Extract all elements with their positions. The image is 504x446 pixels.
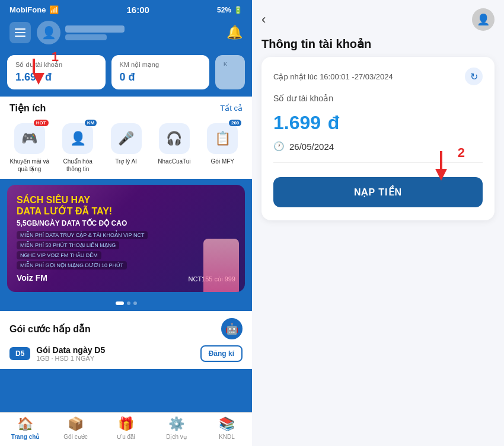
utility-icon-1: 👤 KM [62, 123, 93, 154]
nav-item-packages[interactable]: 📦 Gói cước [50, 416, 101, 440]
deals-icon: 🎁 [118, 416, 134, 432]
arrow-1-annotation: 1 [33, 60, 44, 85]
utility-label-1: Chuẩn hóa thông tin [55, 158, 100, 173]
nap-tien-section: 2 NẠP TIỀN [273, 163, 483, 207]
register-button[interactable]: Đăng kí [200, 345, 243, 362]
banner-feat-1: MIỄN PHÍ DATA TRUY CẬP & TÀI KHOẢN VIP N… [17, 231, 148, 239]
promo-banner[interactable]: SÁCH SIÊU HAYDATA LƯỚT ĐÃ TAY! 5,5GB/NGÀ… [7, 185, 245, 292]
utility-item-2[interactable]: 🎤 Trợ lý AI [104, 123, 148, 173]
arrow2-down [435, 151, 447, 181]
package-badge: D5 [9, 347, 30, 360]
nav-item-home[interactable]: 🏠 Trang chủ [0, 416, 50, 440]
update-info: Cập nhật lúc 16:00:01 -27/03/2024 ↻ [273, 68, 483, 85]
left-panel: MobiFone 📶 16:00 52% 🔋 1 👤 🔔 [0, 0, 252, 446]
package-desc: 1GB · HSD 1 NGÀY [36, 355, 194, 362]
annotation-number-1: 1 [52, 49, 59, 65]
dot-3 [133, 301, 137, 305]
nav-label-kndl: KNDL [219, 434, 235, 440]
arrow-2-annotation: 2 [435, 151, 447, 181]
balance-card-value-0: 1.699 đ [15, 71, 97, 84]
utility-item-3[interactable]: 🎧 NhacCuaTui [152, 123, 196, 173]
utility-badge-1: KM [85, 120, 97, 126]
nav-item-services[interactable]: ⚙️ Dịch vụ [151, 416, 202, 440]
top-header: 1 👤 🔔 [0, 17, 252, 50]
refresh-icon: ↻ [470, 71, 478, 82]
balance-card-extra[interactable]: K [215, 55, 245, 89]
banner-feat-4: MIỄN PHÍ GỌI NỘI MẠNG DƯỚI 10 PHÚT [17, 261, 127, 269]
nap-tien-button[interactable]: NẠP TIỀN [273, 177, 483, 207]
balance-date: 26/05/2024 [289, 142, 334, 152]
home-icon: 🏠 [17, 416, 33, 432]
utility-item-4[interactable]: 📋 200 Gói MFY [200, 123, 245, 173]
see-all-link[interactable]: Tất cả [220, 104, 243, 113]
utility-item-1[interactable]: 👤 KM Chuẩn hóa thông tin [55, 123, 100, 173]
utility-icon-4: 📋 200 [207, 123, 238, 154]
user-name-blur [65, 25, 125, 33]
utility-icon-2: 🎤 [111, 123, 142, 154]
package-item-d5[interactable]: D5 Gói Data ngày D5 1GB · HSD 1 NGÀY Đăn… [9, 345, 243, 362]
utility-item-0[interactable]: 🎮 HOT Khuyến mãi và quà tặng [7, 123, 52, 173]
balance-card-label-1: KM nội mạng [120, 61, 202, 69]
right-page-title: Thông tin tài khoản [252, 37, 504, 57]
right-top-bar: ‹ 👤 [252, 0, 504, 37]
right-user-avatar[interactable]: 👤 [472, 8, 495, 31]
balance-currency: đ [328, 112, 340, 133]
dot-2 [127, 301, 130, 305]
battery-icon: 🔋 [234, 6, 243, 14]
card-section-label: Số dư tài khoản [273, 94, 483, 103]
banner-feat-2: MIỄN PHÍ 50 PHÚT THOẠI LIÊN MẠNG [17, 241, 119, 249]
utility-label-4: Gói MFY [211, 158, 234, 165]
kndl-icon: 📚 [219, 416, 235, 432]
back-button[interactable]: ‹ [261, 12, 266, 27]
utilities-title: Tiện ích [9, 102, 46, 114]
package-name: Gói Data ngày D5 [36, 345, 194, 355]
nav-label-services: Dịch vụ [166, 434, 187, 440]
balance-card-label-extra: K [224, 61, 237, 67]
utility-icon-0: 🎮 HOT [14, 123, 45, 154]
user-sub-blur [65, 34, 107, 40]
packages-icon: 🤖 [221, 318, 243, 339]
bell-icon[interactable]: 🔔 [227, 25, 243, 40]
menu-button[interactable] [9, 22, 31, 43]
nav-item-deals[interactable]: 🎁 Ưu đãi [101, 416, 151, 440]
packages-nav-icon: 📦 [68, 416, 84, 432]
utilities-section-header: Tiện ích Tất cả [0, 97, 252, 118]
refresh-button[interactable]: ↻ [465, 68, 483, 85]
bottom-nav: 🏠 Trang chủ 📦 Gói cước 🎁 Ưu đãi ⚙️ Dịch … [0, 412, 252, 446]
battery-percentage: 52% [217, 6, 231, 14]
balance-card-value-1: 0 đ [120, 71, 202, 84]
time-label: 16:00 [126, 5, 149, 15]
utilities-grid: 🎮 HOT Khuyến mãi và quà tặng 👤 KM Chuẩn … [0, 118, 252, 179]
packages-header: Gói cước hấp dẫn 🤖 [9, 318, 243, 339]
packages-section: Gói cước hấp dẫn 🤖 D5 Gói Data ngày D5 1… [0, 311, 252, 369]
utility-icon-3: 🎧 [159, 123, 190, 154]
banner-title: SÁCH SIÊU HAYDATA LƯỚT ĐÃ TAY! [17, 194, 235, 217]
balance-date-row: 🕐 26/05/2024 [273, 141, 483, 163]
right-panel: ‹ 👤 Thông tin tài khoản Cập nhật lúc 16:… [252, 0, 504, 446]
banner-figure [203, 239, 239, 292]
utility-label-0: Khuyến mãi và quà tặng [7, 158, 52, 173]
annotation-number-2: 2 [458, 145, 465, 161]
nav-label-deals: Ưu đãi [117, 434, 135, 440]
wifi-icon: 📶 [49, 5, 59, 14]
banner-features: MIỄN PHÍ DATA TRUY CẬP & TÀI KHOẢN VIP N… [17, 231, 235, 269]
services-icon: ⚙️ [168, 416, 184, 432]
banner-feat-3: NGHE VIP VOiZ FM THÂU ĐÊM [17, 251, 101, 259]
utility-badge-0: HOT [34, 120, 49, 126]
nav-item-kndl[interactable]: 📚 KNDL [202, 416, 252, 440]
banner-bottom: Voiz FM NCT155 cùi 999 [17, 273, 235, 283]
clock-icon: 🕐 [273, 141, 285, 152]
dot-1 [116, 301, 124, 305]
carrier-label: MobiFone [9, 5, 46, 14]
balance-card-km[interactable]: KM nội mạng 0 đ [111, 55, 210, 89]
utility-badge-4: 200 [229, 120, 241, 126]
utility-label-3: NhacCuaTui [158, 158, 190, 165]
nav-label-packages: Gói cước [63, 434, 87, 440]
banner-sub1: 5,5GB/NGÀY DATA TỐC ĐỘ CAO [17, 219, 235, 227]
package-info: Gói Data ngày D5 1GB · HSD 1 NGÀY [36, 345, 194, 362]
banner-dots [0, 301, 252, 305]
user-avatar-header[interactable]: 👤 [37, 21, 60, 44]
update-text: Cập nhật lúc 16:00:01 -27/03/2024 [273, 72, 393, 81]
status-left: MobiFone 📶 [9, 5, 59, 14]
balance-amount: 1.699 [273, 112, 321, 133]
